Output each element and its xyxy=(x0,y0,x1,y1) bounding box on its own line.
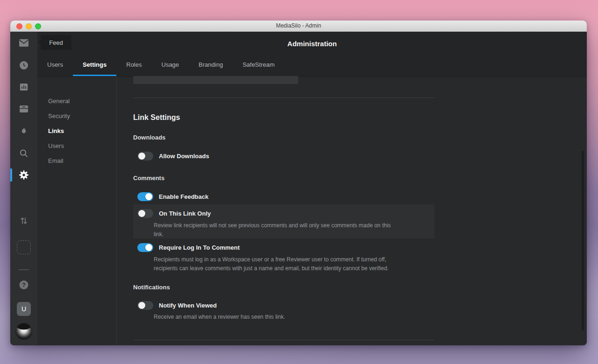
gear-icon[interactable] xyxy=(19,170,28,180)
rail-divider xyxy=(19,269,29,270)
notify-when-viewed-description: Receive an email when a reviewer has see… xyxy=(154,313,285,322)
require-login-label: Require Log In To Comment xyxy=(159,244,240,251)
scrolled-input-field[interactable] xyxy=(133,76,298,84)
primary-icon-rail: ? U xyxy=(10,32,37,345)
require-login-description: Recipients must log in as a Workspace us… xyxy=(154,255,389,273)
window-title: MediaSilo - Admin xyxy=(10,21,587,31)
toggle-knob xyxy=(138,302,145,309)
minimize-button[interactable] xyxy=(26,23,32,29)
subnav-item-security[interactable]: Security xyxy=(37,109,116,124)
chart-icon[interactable] xyxy=(20,84,28,91)
app-body: ? U Feed Administration Users Settings R… xyxy=(10,32,587,345)
bottom-divider xyxy=(133,340,434,340)
on-this-link-only-block: On This Link Only Review link recipients… xyxy=(133,204,434,238)
tab-safestream[interactable]: SafeStream xyxy=(233,55,285,76)
search-icon[interactable] xyxy=(20,149,28,157)
on-this-link-only-description: Review link recipients will not see prev… xyxy=(154,221,391,239)
tab-usage[interactable]: Usage xyxy=(152,55,189,76)
enable-feedback-row: Enable Feedback xyxy=(137,192,208,201)
zoom-button[interactable] xyxy=(35,23,41,29)
admin-header: Feed Administration Users Settings Roles… xyxy=(37,32,587,76)
desktop-wallpaper: MediaSilo - Admin xyxy=(0,0,598,364)
workspace-avatar[interactable]: U xyxy=(17,302,31,316)
settings-subnav: General Security Links Users Email xyxy=(37,76,117,345)
subnav-item-users[interactable]: Users xyxy=(37,139,116,154)
placeholder-slot[interactable] xyxy=(17,240,31,254)
downloads-heading: Downloads xyxy=(133,134,165,141)
tab-roles[interactable]: Roles xyxy=(116,55,151,76)
allow-downloads-toggle[interactable] xyxy=(137,152,153,161)
comments-heading: Comments xyxy=(133,175,164,182)
notify-when-viewed-row: Notify When Viewed xyxy=(137,301,217,310)
help-button[interactable]: ? xyxy=(20,280,28,289)
notifications-heading: Notifications xyxy=(133,284,170,291)
page-title: Administration xyxy=(37,40,587,48)
require-login-toggle[interactable] xyxy=(137,243,153,252)
notify-when-viewed-label: Notify When Viewed xyxy=(159,302,217,309)
section-divider xyxy=(133,98,434,98)
toggle-knob xyxy=(138,153,145,160)
vertical-scrollbar[interactable] xyxy=(582,151,584,330)
enable-feedback-toggle[interactable] xyxy=(137,192,153,201)
link-settings-title: Link Settings xyxy=(133,113,180,122)
tab-users[interactable]: Users xyxy=(37,55,73,76)
allow-downloads-row: Allow Downloads xyxy=(137,152,209,161)
enable-feedback-label: Enable Feedback xyxy=(159,193,208,200)
titlebar: MediaSilo - Admin xyxy=(10,21,587,32)
allow-downloads-label: Allow Downloads xyxy=(159,153,209,160)
window-controls xyxy=(16,23,41,29)
on-this-link-only-row: On This Link Only xyxy=(137,209,211,218)
transfer-icon[interactable] xyxy=(20,217,28,224)
mail-icon[interactable] xyxy=(19,39,28,47)
main-column: Feed Administration Users Settings Roles… xyxy=(37,32,587,345)
app-window: MediaSilo - Admin xyxy=(10,21,587,345)
toggle-knob xyxy=(145,244,152,251)
inbox-icon[interactable] xyxy=(20,105,28,112)
on-this-link-only-label: On This Link Only xyxy=(159,210,211,217)
close-button[interactable] xyxy=(16,23,22,29)
workspace-initial: U xyxy=(17,302,31,316)
dashed-box-icon xyxy=(17,240,31,254)
clock-icon[interactable] xyxy=(20,61,28,70)
link-settings-content: Link Settings Downloads Allow Downloads … xyxy=(117,76,587,345)
subnav-item-email[interactable]: Email xyxy=(37,154,116,168)
subnav-item-general[interactable]: General xyxy=(37,94,116,109)
toggle-knob xyxy=(138,210,145,217)
tab-settings[interactable]: Settings xyxy=(73,55,116,76)
toggle-knob xyxy=(145,193,152,200)
user-avatar[interactable] xyxy=(16,323,32,339)
on-this-link-only-toggle[interactable] xyxy=(137,209,153,218)
active-nav-indicator xyxy=(10,168,12,182)
flame-icon[interactable] xyxy=(20,127,28,135)
notify-when-viewed-toggle[interactable] xyxy=(137,301,153,310)
settings-body: General Security Links Users Email Link … xyxy=(37,76,587,345)
admin-tabs: Users Settings Roles Usage Branding Safe… xyxy=(37,55,285,76)
help-icon: ? xyxy=(20,280,28,289)
require-login-row: Require Log In To Comment xyxy=(137,243,240,252)
subnav-item-links[interactable]: Links xyxy=(37,124,116,139)
tab-branding[interactable]: Branding xyxy=(189,55,233,76)
